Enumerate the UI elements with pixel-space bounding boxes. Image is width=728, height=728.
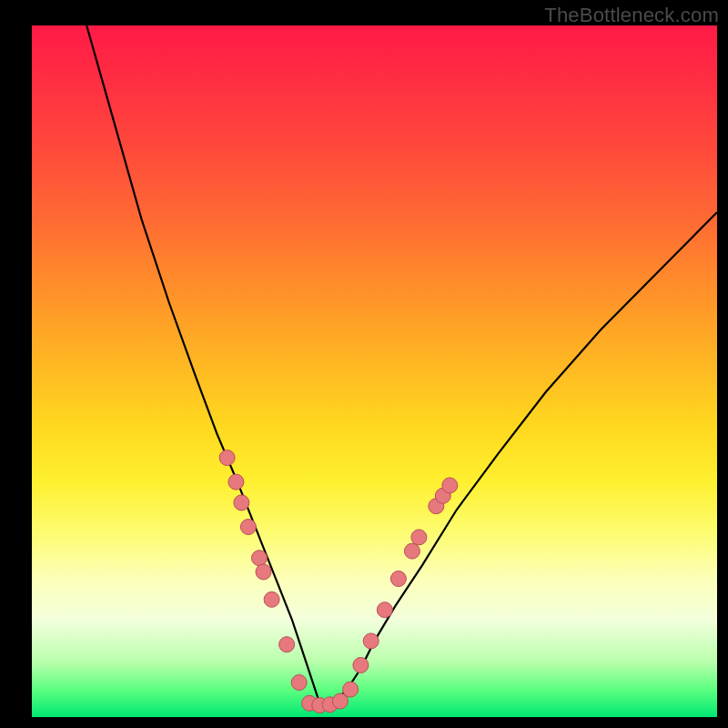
- marker-dot: [343, 682, 359, 697]
- marker-dot: [279, 637, 295, 652]
- marker-dot: [252, 551, 268, 566]
- marker-dot: [264, 592, 279, 607]
- marker-dot: [411, 530, 427, 545]
- marker-dot: [377, 602, 392, 618]
- marker-dot: [404, 543, 420, 559]
- marker-dot: [291, 675, 307, 691]
- marker-dot: [256, 564, 271, 580]
- marker-dot: [240, 520, 256, 535]
- watermark-text: TheBottleneck.com: [544, 4, 719, 27]
- marker-dots: [219, 450, 458, 713]
- marker-dot: [219, 450, 235, 466]
- marker-dot: [228, 474, 244, 490]
- marker-dot: [353, 658, 369, 673]
- marker-dot: [442, 478, 458, 493]
- bottleneck-curve: [86, 25, 717, 703]
- plot-area: [32, 25, 717, 717]
- chart-frame: TheBottleneck.com: [0, 0, 728, 728]
- marker-dot: [363, 633, 379, 649]
- marker-dot: [234, 495, 249, 511]
- curve-layer: [32, 25, 717, 717]
- marker-dot: [390, 571, 406, 587]
